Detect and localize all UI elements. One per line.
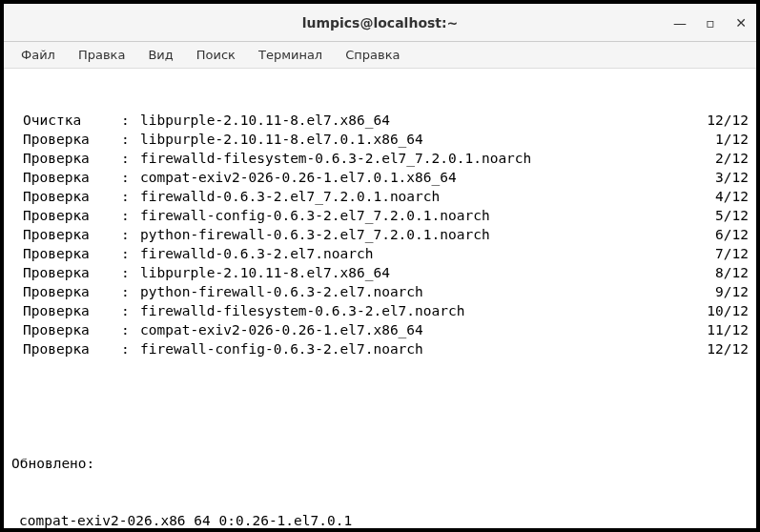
terminal-line: Проверка: compat-exiv2-026-0.26-1.el7.0.…: [11, 168, 749, 187]
colon: :: [121, 130, 140, 149]
terminal-line: Очистка: libpurple-2.10.11-8.el7.x86_641…: [11, 111, 749, 130]
colon: :: [121, 225, 140, 244]
terminal-window: lumpics@localhost:~ — ▫ ✕ Файл Правка Ви…: [4, 4, 756, 528]
updated-header: Обновлено:: [11, 454, 749, 473]
op-label: Проверка: [11, 206, 121, 225]
package-name: compat-exiv2-026-0.26-1.el7.0.1.x86_64: [140, 168, 691, 187]
colon: :: [121, 282, 140, 301]
op-label: Проверка: [11, 339, 121, 358]
maximize-button[interactable]: ▫: [703, 15, 718, 31]
menu-file[interactable]: Файл: [11, 44, 65, 66]
package-name: libpurple-2.10.11-8.el7.0.1.x86_64: [140, 130, 691, 149]
minimize-button[interactable]: —: [672, 15, 688, 31]
progress-count: 7/12: [691, 244, 749, 263]
terminal-viewport[interactable]: Очистка: libpurple-2.10.11-8.el7.x86_641…: [4, 69, 756, 528]
menu-help[interactable]: Справка: [336, 44, 409, 66]
terminal-line: Проверка: firewalld-0.6.3-2.el7.noarch7/…: [11, 244, 749, 263]
terminal-line: Проверка: firewall-config-0.6.3-2.el7.no…: [11, 339, 749, 358]
colon: :: [121, 187, 140, 206]
progress-count: 10/12: [691, 301, 749, 320]
titlebar: lumpics@localhost:~ — ▫ ✕: [4, 4, 756, 42]
colon: :: [121, 111, 140, 130]
window-controls: — ▫ ✕: [672, 15, 749, 31]
terminal-line: Проверка: python-firewall-0.6.3-2.el7.no…: [11, 282, 749, 301]
colon: :: [121, 301, 140, 320]
progress-count: 5/12: [691, 206, 749, 225]
terminal-line: Проверка: libpurple-2.10.11-8.el7.0.1.x8…: [11, 130, 749, 149]
colon: :: [121, 244, 140, 263]
package-name: compat-exiv2-026-0.26-1.el7.x86_64: [140, 320, 691, 339]
menu-edit[interactable]: Правка: [69, 44, 134, 66]
colon: :: [121, 339, 140, 358]
menu-view[interactable]: Вид: [138, 44, 182, 66]
colon: :: [121, 206, 140, 225]
menu-search[interactable]: Поиск: [187, 44, 245, 66]
package-name: libpurple-2.10.11-8.el7.x86_64: [140, 111, 691, 130]
progress-count: 1/12: [691, 130, 749, 149]
package-name: firewalld-0.6.3-2.el7.noarch: [140, 244, 691, 263]
terminal-line: Проверка: libpurple-2.10.11-8.el7.x86_64…: [11, 263, 749, 282]
op-label: Проверка: [11, 149, 121, 168]
op-label: Проверка: [11, 282, 121, 301]
package-name: firewalld-filesystem-0.6.3-2.el7.noarch: [140, 301, 691, 320]
colon: :: [121, 168, 140, 187]
menubar: Файл Правка Вид Поиск Терминал Справка: [4, 42, 756, 69]
op-label: Проверка: [11, 187, 121, 206]
updated-package: compat-exiv2-026.x86_64 0:0.26-1.el7.0.1: [11, 511, 749, 528]
progress-count: 12/12: [691, 339, 749, 358]
op-label: Очистка: [11, 111, 121, 130]
op-label: Проверка: [11, 301, 121, 320]
progress-count: 2/12: [691, 149, 749, 168]
terminal-line: Проверка: firewalld-0.6.3-2.el7_7.2.0.1.…: [11, 187, 749, 206]
package-name: firewalld-0.6.3-2.el7_7.2.0.1.noarch: [140, 187, 691, 206]
package-name: libpurple-2.10.11-8.el7.x86_64: [140, 263, 691, 282]
progress-count: 12/12: [691, 111, 749, 130]
op-label: Проверка: [11, 263, 121, 282]
progress-count: 3/12: [691, 168, 749, 187]
terminal-line: Проверка: firewalld-filesystem-0.6.3-2.e…: [11, 149, 749, 168]
op-label: Проверка: [11, 225, 121, 244]
progress-count: 6/12: [691, 225, 749, 244]
op-label: Проверка: [11, 168, 121, 187]
package-name: firewall-config-0.6.3-2.el7_7.2.0.1.noar…: [140, 206, 691, 225]
op-label: Проверка: [11, 130, 121, 149]
menu-terminal[interactable]: Терминал: [249, 44, 332, 66]
op-label: Проверка: [11, 320, 121, 339]
package-name: python-firewall-0.6.3-2.el7_7.2.0.1.noar…: [140, 225, 691, 244]
colon: :: [121, 149, 140, 168]
terminal-line: Проверка: python-firewall-0.6.3-2.el7_7.…: [11, 225, 749, 244]
terminal-line: Проверка: firewalld-filesystem-0.6.3-2.e…: [11, 301, 749, 320]
colon: :: [121, 263, 140, 282]
terminal-line: Проверка: compat-exiv2-026-0.26-1.el7.x8…: [11, 320, 749, 339]
terminal-line: Проверка: firewall-config-0.6.3-2.el7_7.…: [11, 206, 749, 225]
progress-count: 9/12: [691, 282, 749, 301]
colon: :: [121, 320, 140, 339]
package-name: python-firewall-0.6.3-2.el7.noarch: [140, 282, 691, 301]
package-name: firewall-config-0.6.3-2.el7.noarch: [140, 339, 691, 358]
progress-count: 11/12: [691, 320, 749, 339]
package-name: firewalld-filesystem-0.6.3-2.el7_7.2.0.1…: [140, 149, 691, 168]
close-button[interactable]: ✕: [733, 15, 749, 31]
op-label: Проверка: [11, 244, 121, 263]
window-title: lumpics@localhost:~: [302, 15, 459, 31]
progress-count: 8/12: [691, 263, 749, 282]
progress-count: 4/12: [691, 187, 749, 206]
